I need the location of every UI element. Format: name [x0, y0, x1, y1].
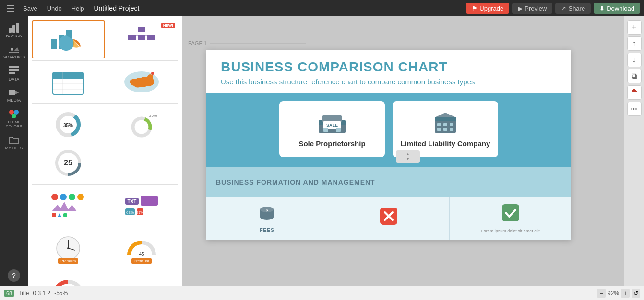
x-icon: [380, 208, 397, 228]
undo-button[interactable]: Undo: [43, 3, 66, 14]
template-item-speedometer[interactable]: 50 Premium: [32, 267, 105, 286]
svg-rect-80: [323, 128, 328, 132]
premium-badge: Premium: [58, 258, 78, 264]
info-col-2: [328, 197, 450, 240]
info-col-3: Lorem ipsum dolot sit amet elit: [450, 197, 571, 240]
business-card-sole-proprietorship[interactable]: SALE Sole Proprietorship: [279, 101, 385, 157]
svg-text:35%: 35%: [63, 123, 73, 128]
add-element-button[interactable]: +: [627, 20, 642, 35]
svg-rect-54: [141, 196, 158, 206]
help-button[interactable]: Help: [68, 3, 88, 14]
zoom-plus-button[interactable]: +: [621, 289, 630, 298]
template-item-org-chart[interactable]: NEW!: [105, 20, 179, 58]
share-button[interactable]: ↗ Share: [555, 3, 591, 14]
info-header: BUSINESS COMPARISON CHART Use this busin…: [206, 50, 571, 93]
llc-title: Limited Liability Company: [401, 139, 490, 148]
col-3-text: Lorem ipsum dolot sit amet elit: [481, 229, 540, 233]
svg-rect-5: [16, 23, 19, 33]
infographic[interactable]: BUSINESS COMPARISON CHART Use this busin…: [206, 50, 571, 240]
template-item-gauge-45[interactable]: 45 min Premium: [105, 229, 179, 267]
svg-text:63%: 63%: [126, 210, 134, 215]
menu-button[interactable]: [4, 3, 17, 13]
sidebar-item-theme-colors[interactable]: THEMECOLORS: [0, 106, 28, 131]
delete-button[interactable]: 🗑: [627, 85, 642, 100]
download-icon: ⬇: [599, 5, 605, 12]
divider-2: [32, 103, 178, 104]
svg-marker-8: [14, 47, 19, 51]
svg-marker-90: [435, 113, 456, 117]
svg-marker-48: [52, 202, 77, 211]
help-circle-button[interactable]: ?: [8, 269, 20, 282]
svg-rect-10: [9, 69, 19, 71]
up-icon: ↑: [632, 39, 636, 48]
project-title: Untitled Project: [90, 4, 143, 12]
scroll-indicator[interactable]: ▲▼: [396, 150, 420, 163]
move-down-button[interactable]: ↓: [627, 53, 642, 67]
down-icon: ↓: [632, 56, 636, 64]
svg-rect-77: [322, 115, 342, 122]
svg-rect-3: [9, 28, 12, 33]
svg-point-16: [12, 114, 16, 118]
template-item-chart-pie[interactable]: [32, 20, 105, 58]
zoom-rotate-button[interactable]: ↺: [632, 289, 640, 298]
template-item-shapes[interactable]: [32, 186, 105, 225]
svg-rect-17: [51, 39, 57, 49]
sidebar-label-data: DATA: [9, 77, 20, 81]
svg-rect-86: [450, 123, 453, 126]
sidebar-label-my-files: MY FILES: [5, 146, 23, 150]
upgrade-button[interactable]: ⚑ Upgrade: [466, 3, 509, 14]
template-item-calendar[interactable]: [32, 63, 105, 101]
template-item-world-map[interactable]: [105, 63, 179, 101]
svg-rect-87: [437, 128, 441, 131]
divider-4: [32, 227, 178, 227]
template-grid: NEW!: [28, 16, 182, 286]
svg-rect-84: [437, 123, 441, 126]
section-header-text: BUSINESS FORMATION AND MANAGEMENT: [216, 178, 375, 186]
fees-label: FEES: [260, 227, 274, 233]
sidebar-item-data[interactable]: DATA: [0, 63, 28, 84]
more-options-button[interactable]: •••: [627, 102, 642, 116]
svg-point-62: [67, 247, 69, 249]
svg-rect-2: [7, 11, 14, 12]
sidebar-label-media: MEDIA: [7, 98, 21, 103]
zoom-minus-button[interactable]: −: [597, 289, 606, 298]
template-item-donut-25[interactable]: 25%: [105, 105, 179, 144]
move-up-button[interactable]: ↑: [627, 36, 642, 51]
download-button[interactable]: ⬇ Download: [594, 3, 640, 14]
svg-text:SALE: SALE: [326, 123, 338, 127]
svg-rect-88: [443, 128, 447, 131]
svg-marker-13: [15, 91, 19, 94]
new-badge: NEW!: [161, 23, 175, 28]
svg-text:45: 45: [139, 252, 144, 257]
svg-point-44: [51, 194, 58, 200]
sidebar-label-basics: BASICS: [6, 34, 22, 38]
save-button[interactable]: Save: [19, 3, 41, 14]
sidebar-item-media[interactable]: MEDIA: [0, 85, 28, 105]
add-icon: +: [632, 23, 636, 32]
business-card-llc[interactable]: Limited Liability Company: [393, 101, 498, 157]
template-item-text-bar[interactable]: TXT 63% 27%: [105, 186, 179, 225]
copy-button[interactable]: ⧉: [627, 69, 642, 83]
sidebar-item-graphics[interactable]: GRAPHICS: [0, 42, 28, 62]
preview-button[interactable]: ▶ Preview: [512, 3, 552, 14]
check-icon: [502, 204, 519, 225]
copy-icon: ⧉: [632, 72, 637, 81]
svg-point-34: [151, 72, 154, 75]
left-panel: NEW!: [28, 16, 182, 286]
svg-rect-27: [53, 72, 83, 79]
share-label: Share: [568, 5, 585, 12]
info-subtitle: Use this business structure reference ch…: [221, 78, 557, 86]
status-bar: 68 Title 0 3 1 2 -55% − 92% + ↺: [0, 286, 644, 300]
template-item-number-25[interactable]: 25: [32, 144, 105, 182]
sidebar-item-basics[interactable]: BASICS: [0, 20, 28, 41]
info-col-fees: $ FEES: [206, 197, 328, 240]
template-item-clock[interactable]: Premium: [32, 229, 105, 267]
template-item-donut-35[interactable]: 35%: [32, 105, 105, 144]
svg-rect-20: [138, 27, 145, 32]
upgrade-label: Upgrade: [479, 5, 503, 12]
svg-point-47: [77, 194, 84, 200]
svg-text:27%: 27%: [136, 210, 144, 215]
sidebar-item-my-files[interactable]: MY FILES: [0, 132, 28, 153]
fees-icon: $: [258, 205, 275, 225]
svg-rect-51: [63, 213, 67, 217]
